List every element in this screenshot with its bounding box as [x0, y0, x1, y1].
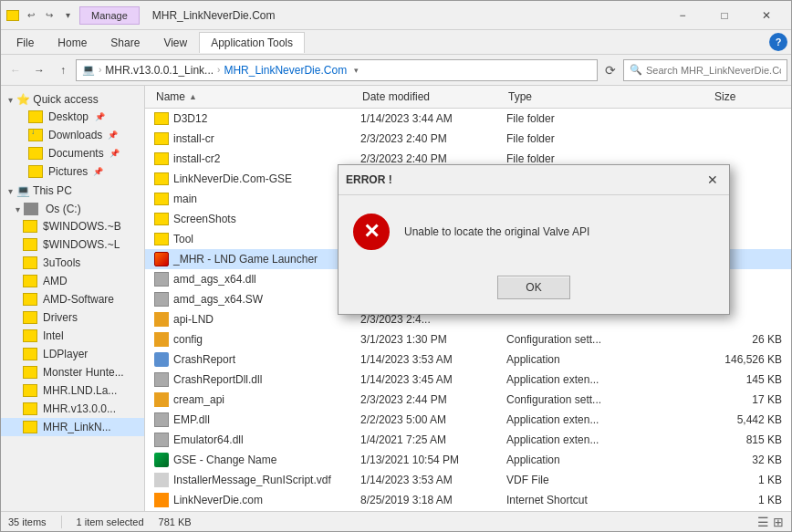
- table-row[interactable]: config 3/1/2023 1:30 PM Configuration se…: [145, 329, 791, 349]
- sidebar-item-monsterhunter[interactable]: Monster Hunte...: [1, 363, 144, 381]
- file-date: 1/14/2023 3:53 AM: [360, 474, 453, 486]
- tab-file[interactable]: File: [5, 32, 46, 53]
- file-cell-size: [711, 318, 784, 320]
- file-cell-type: Application exten...: [505, 412, 711, 427]
- file-name: GSE - Change Name: [173, 454, 276, 466]
- sidebar-item-amd[interactable]: AMD: [1, 272, 144, 290]
- expand-thispc-icon: ▾: [8, 186, 13, 196]
- sidebar-section-osc[interactable]: ▾ Os (C:): [1, 199, 144, 217]
- breadcrumb-separator-1: ›: [99, 65, 101, 75]
- file-icon-app: [154, 352, 169, 367]
- sidebar-label-monsterhunter: Monster Hunte...: [43, 366, 124, 379]
- search-input[interactable]: [646, 65, 781, 76]
- tab-view[interactable]: View: [151, 32, 199, 53]
- table-row[interactable]: CrashReportDll.dll 1/14/2023 3:45 AM App…: [145, 370, 791, 390]
- sidebar-label-windows1: $WINDOWS.~B: [43, 220, 121, 233]
- minimize-button[interactable]: −: [662, 1, 703, 30]
- manage-tab[interactable]: Manage: [79, 6, 140, 25]
- 3utools-icon: [23, 256, 37, 269]
- forward-button[interactable]: →: [28, 59, 50, 81]
- file-cell-date: 2/3/2023 2:44 PM: [359, 392, 505, 407]
- table-row[interactable]: D3D12 1/14/2023 3:44 AM File folder: [145, 109, 791, 129]
- ribbon: File Home Share View Application Tools ?: [1, 30, 791, 55]
- file-cell-type: Application: [505, 453, 711, 467]
- dialog-close-button[interactable]: ✕: [703, 171, 722, 189]
- breadcrumb-dropdown-arrow[interactable]: ▾: [354, 66, 359, 75]
- sidebar-item-windows2[interactable]: $WINDOWS.~L: [1, 235, 144, 254]
- file-icon-dll: [154, 372, 169, 387]
- file-size: 1 KB: [758, 474, 782, 486]
- col-header-date[interactable]: Date modified: [359, 89, 505, 105]
- file-type: VDF File: [506, 474, 549, 486]
- help-button[interactable]: ?: [769, 33, 787, 51]
- file-cell-type: Application: [505, 352, 711, 367]
- sidebar-section-quickaccess[interactable]: ▾ ⭐ Quick access: [1, 89, 144, 108]
- table-row[interactable]: cream_api 2/3/2023 2:44 PM Configuration…: [145, 390, 791, 410]
- file-date: 1/14/2023 3:44 AM: [360, 112, 453, 125]
- file-cell-name: cream_api: [152, 391, 359, 408]
- file-cell-size: 26 KB: [711, 332, 784, 347]
- sidebar-item-windows1[interactable]: $WINDOWS.~B: [1, 217, 144, 235]
- file-cell-date: 1/14/2023 3:53 AM: [359, 473, 505, 487]
- up-button[interactable]: ↑: [52, 59, 74, 81]
- sidebar-item-mhrlinkn[interactable]: MHR_LinkN...: [1, 418, 144, 436]
- view-grid-icon[interactable]: ⊞: [773, 515, 784, 529]
- quick-access-toolbar: ↩ ↪ ▾: [5, 7, 76, 24]
- sidebar-item-desktop[interactable]: Desktop 📌: [1, 108, 144, 126]
- file-name: EMP.dll: [173, 413, 210, 426]
- file-name: amd_ags_x64.dll: [173, 273, 256, 286]
- file-list-header: Name ▲ Date modified Type Size: [145, 86, 791, 109]
- sidebar-label-documents: Documents: [48, 147, 104, 160]
- sidebar-item-downloads[interactable]: ↓ Downloads 📌: [1, 126, 144, 144]
- sidebar-item-pictures[interactable]: Pictures 📌: [1, 162, 144, 181]
- sidebar-item-documents[interactable]: Documents 📌: [1, 144, 144, 162]
- table-row[interactable]: GSE - Change Name 1/13/2021 10:54 PM App…: [145, 450, 791, 470]
- sidebar-label-quickaccess: ⭐ Quick access: [16, 93, 99, 106]
- sidebar-section-thispc[interactable]: ▾ 💻 This PC: [1, 181, 144, 199]
- tab-share[interactable]: Share: [99, 32, 151, 53]
- ldplayer-icon: [23, 348, 37, 360]
- file-name: CrashReportDll.dll: [173, 373, 262, 386]
- table-row[interactable]: EMP.dll 2/2/2023 5:00 AM Application ext…: [145, 410, 791, 430]
- file-cell-type: [505, 318, 711, 320]
- table-row[interactable]: CrashReport 1/14/2023 3:53 AM Applicatio…: [145, 349, 791, 370]
- breadcrumb-bar[interactable]: 💻 › MHR.v13.0.0.1_Link... › MHR_LinkNeve…: [76, 59, 598, 81]
- sidebar-item-3utools[interactable]: 3uTools: [1, 254, 144, 272]
- tab-home[interactable]: Home: [46, 32, 99, 53]
- sidebar-item-ldplayer[interactable]: LDPlayer: [1, 345, 144, 363]
- table-row[interactable]: InstallerMessage_RunIScript.vdf 1/14/202…: [145, 470, 791, 490]
- file-date: 1/13/2021 10:54 PM: [360, 454, 459, 466]
- back-button[interactable]: ←: [5, 59, 26, 81]
- sidebar-item-intel[interactable]: Intel: [1, 327, 144, 345]
- col-header-type[interactable]: Type: [505, 89, 711, 105]
- search-bar: 🔍: [623, 59, 787, 81]
- table-row[interactable]: Emulator64.dll 1/4/2021 7:25 AM Applicat…: [145, 430, 791, 450]
- file-size: 5,442 KB: [737, 413, 782, 426]
- file-cell-size: 146,526 KB: [711, 352, 784, 367]
- expand-quick-access[interactable]: ▾: [59, 7, 76, 24]
- redo-button[interactable]: ↪: [41, 7, 57, 24]
- sidebar-item-mhrv13[interactable]: MHR.v13.0.0...: [1, 400, 144, 418]
- file-name: amd_ags_x64.SW: [173, 293, 263, 306]
- ok-button[interactable]: OK: [497, 276, 570, 299]
- explorer-window: ↩ ↪ ▾ Manage MHR_LinkNeverDie.Com − □ ✕ …: [0, 0, 792, 532]
- table-row[interactable]: LinkNeverDie.com 8/25/2019 3:18 AM Inter…: [145, 490, 791, 510]
- close-button[interactable]: ✕: [745, 1, 787, 30]
- col-header-name[interactable]: Name ▲: [152, 89, 359, 105]
- table-row[interactable]: install-cr 2/3/2023 2:40 PM File folder: [145, 129, 791, 149]
- windows2-icon: [23, 238, 37, 251]
- status-item-count: 35 items: [8, 516, 47, 527]
- tab-application-tools[interactable]: Application Tools: [199, 32, 305, 53]
- sidebar-item-drivers[interactable]: Drivers: [1, 308, 144, 327]
- sidebar-item-amdsoftware[interactable]: AMD-Software: [1, 290, 144, 308]
- file-cell-name: Tool: [152, 232, 359, 246]
- col-header-size[interactable]: Size: [711, 89, 784, 105]
- view-details-icon[interactable]: ☰: [757, 515, 769, 529]
- file-icon-folder: [154, 193, 169, 205]
- undo-button[interactable]: ↩: [23, 7, 39, 24]
- file-name: CrashReport: [173, 353, 235, 366]
- maximize-button[interactable]: □: [703, 1, 745, 30]
- file-cell-size: 5,442 KB: [711, 412, 784, 427]
- refresh-button[interactable]: ⟳: [599, 59, 621, 81]
- sidebar-item-mhrlnd[interactable]: MHR.LND.La...: [1, 381, 144, 400]
